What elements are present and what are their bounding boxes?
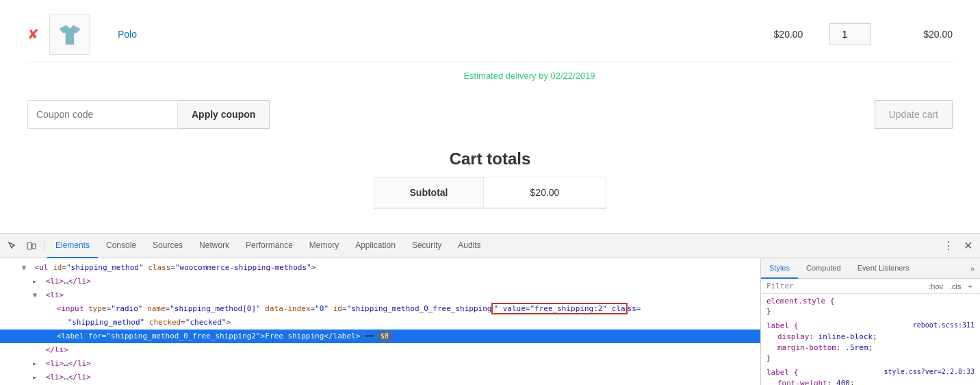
- coupon-row: Apply coupon Update cart: [27, 93, 953, 142]
- subtotal-row: Subtotal $20.00: [374, 177, 606, 208]
- coupon-code-input[interactable]: [27, 100, 178, 129]
- apply-coupon-button[interactable]: Apply coupon: [178, 100, 270, 129]
- remove-item-button[interactable]: ✘: [27, 27, 39, 41]
- subtotal-label: Subtotal: [374, 177, 484, 208]
- cart-totals-section: Cart totals Subtotal $20.00: [27, 142, 953, 220]
- subtotal-value: $20.00: [484, 177, 606, 208]
- totals-table: Subtotal $20.00: [374, 177, 606, 209]
- svg-marker-0: [60, 25, 80, 45]
- update-cart-button[interactable]: Update cart: [875, 100, 953, 129]
- product-name-link[interactable]: Polo: [118, 29, 747, 40]
- cart-area: ✘ Polo $20.00 $20.00 Estimated delivery …: [0, 0, 980, 233]
- cart-item-row: ✘ Polo $20.00 $20.00: [27, 0, 953, 62]
- cart-totals-title: Cart totals: [27, 149, 953, 169]
- delivery-estimate: Estimated delivery by 02/22/2019: [106, 62, 953, 93]
- product-image: [49, 14, 90, 55]
- product-total: $20.00: [871, 29, 953, 40]
- quantity-input[interactable]: [829, 23, 871, 45]
- product-price: $20.00: [747, 29, 829, 40]
